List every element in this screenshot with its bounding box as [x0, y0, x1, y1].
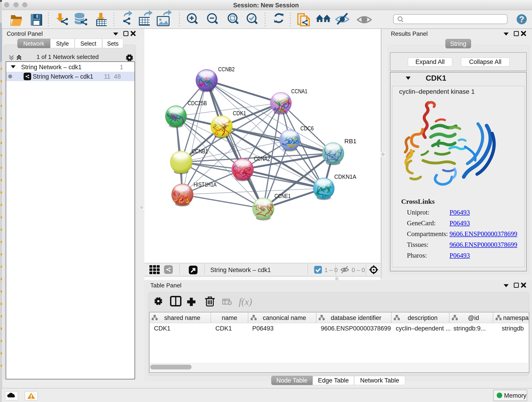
svg-text:CDK1: CDK1: [233, 110, 246, 117]
svg-text:RB1: RB1: [344, 138, 356, 145]
svg-text:@id: @id: [468, 314, 479, 321]
svg-text:CCNB1: CCNB1: [192, 148, 208, 155]
svg-text:CCNA2: CCNA2: [254, 155, 270, 162]
svg-text:0 – 0: 0 – 0: [352, 267, 365, 274]
svg-text:name: name: [222, 314, 237, 321]
svg-text:canonical name: canonical name: [263, 314, 306, 321]
svg-text:database identifier: database identifier: [331, 314, 381, 321]
svg-text:CDC6: CDC6: [300, 125, 314, 132]
svg-text:String Network – cdk1: String Network – cdk1: [210, 267, 271, 274]
svg-text:namespace: namespace: [503, 314, 529, 321]
svg-text:f(x): f(x): [239, 296, 252, 307]
svg-text:shared name: shared name: [164, 314, 201, 321]
svg-text:1 – 0: 1 – 0: [324, 267, 338, 274]
svg-text:CCNA1: CCNA1: [291, 88, 307, 95]
svg-text:CDKN1A: CDKN1A: [334, 173, 356, 180]
svg-text:CCNB2: CCNB2: [218, 66, 234, 73]
svg-text:CDC25B: CDC25B: [188, 100, 207, 107]
svg-text:HIST1H1A: HIST1H1A: [194, 181, 217, 188]
svg-text:?: ?: [519, 15, 524, 24]
svg-text:description: description: [408, 314, 438, 321]
svg-text:CCNE1: CCNE1: [274, 192, 291, 199]
